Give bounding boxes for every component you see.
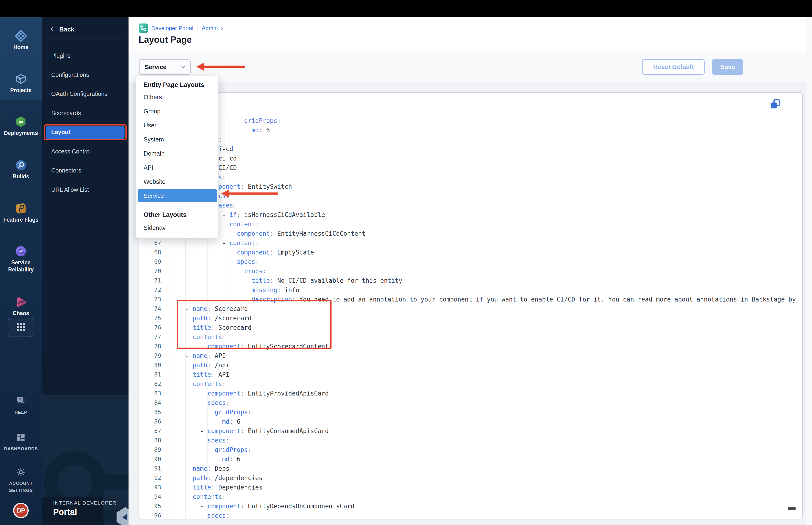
- sidebar-item-help[interactable]: ?HELP: [0, 395, 42, 416]
- menu-item-system[interactable]: System: [138, 133, 217, 146]
- breadcrumb-developer-portal[interactable]: Developer Portal: [151, 25, 193, 31]
- yaml-editor-card: 54 gridProps:55 md: 656 specs:57 - name:…: [139, 92, 802, 519]
- save-button[interactable]: Save: [712, 59, 743, 75]
- sidebar-item-builds[interactable]: Builds: [0, 159, 42, 180]
- line-number: 86: [139, 417, 161, 426]
- yaml-code-editor[interactable]: 54 gridProps:55 md: 656 specs:57 - name:…: [139, 116, 802, 519]
- code-line-62: 62 specs:: [139, 191, 802, 201]
- sidebar-item-service-reliability[interactable]: Service Reliability: [0, 245, 42, 273]
- menu-item-api[interactable]: API: [138, 161, 217, 174]
- user-avatar[interactable]: DP: [13, 503, 29, 518]
- line-number: 94: [139, 492, 161, 501]
- admin-nav-plugins[interactable]: Plugins: [46, 49, 124, 62]
- menu-item-others[interactable]: Others: [138, 90, 217, 104]
- code-line-75: 75 path: /scorecard: [139, 314, 802, 323]
- line-number: 96: [139, 511, 161, 519]
- sidebar-item-home[interactable]: Home: [0, 30, 42, 51]
- line-number: 91: [139, 464, 161, 473]
- admin-nav-connectors[interactable]: Connectors: [46, 164, 124, 177]
- main-content: Developer Portal › Admin › Layout Page S…: [128, 17, 812, 525]
- admin-nav-access-control[interactable]: Access Control: [46, 145, 124, 158]
- page-header: Developer Portal › Admin › Layout Page: [128, 17, 812, 51]
- window-scrollbar-track[interactable]: [806, 17, 812, 525]
- brand-line-internal-developer: INTERNAL DEVELOPER: [53, 500, 117, 506]
- line-number: 70: [139, 267, 161, 276]
- back-button[interactable]: Back: [49, 25, 75, 33]
- deployments-icon: ∞: [15, 115, 27, 128]
- line-number: 87: [139, 426, 161, 436]
- code-line-84: 84 specs:: [139, 398, 802, 407]
- menu-item-sidenav[interactable]: Sidenav: [138, 221, 217, 234]
- code-line-91: 91 - name: Deps: [139, 464, 802, 473]
- primary-sidebar: HomeProjects∞DeploymentsBuildsFeature Fl…: [0, 17, 42, 525]
- code-line-61: 61 - component: EntitySwitch: [139, 182, 802, 191]
- code-line-68: 68 component: EmptyState: [139, 248, 802, 257]
- code-line-78: 78 - component: EntityScorecardContent: [139, 342, 802, 351]
- code-line-73: 73 description: You need to add an annot…: [139, 295, 802, 304]
- line-number: 71: [139, 276, 161, 285]
- code-line-86: 86 md: 6: [139, 417, 802, 426]
- sidebar-item-deployments[interactable]: ∞Deployments: [0, 115, 42, 137]
- line-number: 80: [139, 360, 161, 370]
- code-line-59: 59 title: CI/CD: [139, 163, 802, 172]
- grid-icon: [16, 322, 26, 333]
- line-number: 76: [139, 323, 161, 332]
- admin-nav-oauth-configurations[interactable]: OAuth Configurations: [46, 88, 124, 100]
- copy-icon[interactable]: [770, 99, 781, 109]
- menu-item-group[interactable]: Group: [138, 105, 217, 118]
- code-line-94: 94 contents:: [139, 492, 802, 501]
- code-line-65: 65 content:: [139, 220, 802, 229]
- line-number: 81: [139, 370, 161, 379]
- code-line-88: 88 specs:: [139, 436, 802, 445]
- breadcrumb-separator: ›: [221, 25, 223, 31]
- code-line-92: 92 path: /dependencies: [139, 473, 802, 483]
- menu-header-entity-page-layouts: Entity Page Layouts: [143, 80, 214, 90]
- chevron-left-icon: [49, 25, 56, 33]
- code-line-74: 74 - name: Scorecard: [139, 304, 802, 314]
- code-line-69: 69 specs:: [139, 257, 802, 267]
- code-line-60: 60 contents:: [139, 172, 802, 182]
- code-line-54: 54 gridProps:: [139, 116, 802, 125]
- admin-nav-layout[interactable]: Layout: [46, 126, 124, 139]
- sidebar-item-chaos[interactable]: Chaos: [0, 296, 42, 317]
- admin-nav-configurations[interactable]: Configurations: [46, 69, 124, 81]
- menu-item-domain[interactable]: Domain: [138, 147, 217, 160]
- breadcrumb-separator: ›: [197, 25, 199, 31]
- svg-text:?: ?: [19, 397, 21, 401]
- code-line-71: 71 title: No CI/CD available for this en…: [139, 276, 802, 285]
- admin-nav-scorecards[interactable]: Scorecards: [46, 107, 124, 119]
- module-picker-button[interactable]: [8, 318, 34, 337]
- line-number: 85: [139, 407, 161, 417]
- line-number: 75: [139, 314, 161, 323]
- sidebar-item-label: Feature Flags: [2, 216, 40, 223]
- sidebar-item-label: Deployments: [3, 130, 39, 137]
- help-icon: ?: [16, 395, 26, 407]
- admin-nav-url-allow-list[interactable]: URL Allow List: [46, 183, 124, 196]
- chaos-icon: [15, 296, 27, 308]
- code-line-64: 64 - if: isHarnessCiCdAvailable: [139, 210, 802, 220]
- code-line-79: 79 - name: API: [139, 351, 802, 360]
- code-line-85: 85 gridProps:: [139, 407, 802, 417]
- dropdown-selected-value: Service: [145, 63, 167, 71]
- dashboards-icon: [16, 431, 26, 444]
- menu-item-service[interactable]: Service: [138, 189, 217, 202]
- triangle-left-icon: [122, 514, 127, 520]
- menu-item-website[interactable]: Website: [138, 175, 217, 188]
- editor-scrollbar-thumb[interactable]: [788, 507, 796, 510]
- code-line-66: 66 component: EntityHarnessCiCdContent: [139, 229, 802, 238]
- sidebar-item-account-settings[interactable]: ACCOUNT SETTINGS: [0, 466, 42, 494]
- code-line-80: 80 path: /api: [139, 360, 802, 370]
- sidebar-item-label: Projects: [9, 87, 33, 94]
- breadcrumb-admin[interactable]: Admin: [202, 25, 218, 31]
- sidebar-watermark: INTERNAL DEVELOPER Portal: [42, 395, 128, 525]
- sidebar-item-feature-flags[interactable]: Feature Flags: [0, 202, 42, 223]
- reset-default-button[interactable]: Reset Default: [642, 59, 705, 75]
- line-number: 69: [139, 257, 161, 267]
- layout-type-menu: Entity Page Layouts OthersGroupUserSyste…: [136, 76, 218, 238]
- sidebar-item-projects[interactable]: Projects: [0, 73, 42, 94]
- menu-item-user[interactable]: User: [138, 119, 217, 132]
- chevron-down-icon: [180, 64, 186, 70]
- layout-type-dropdown[interactable]: Service: [139, 59, 191, 75]
- line-number: 90: [139, 454, 161, 464]
- sidebar-item-dashboards[interactable]: DASHBOARDS: [0, 431, 42, 452]
